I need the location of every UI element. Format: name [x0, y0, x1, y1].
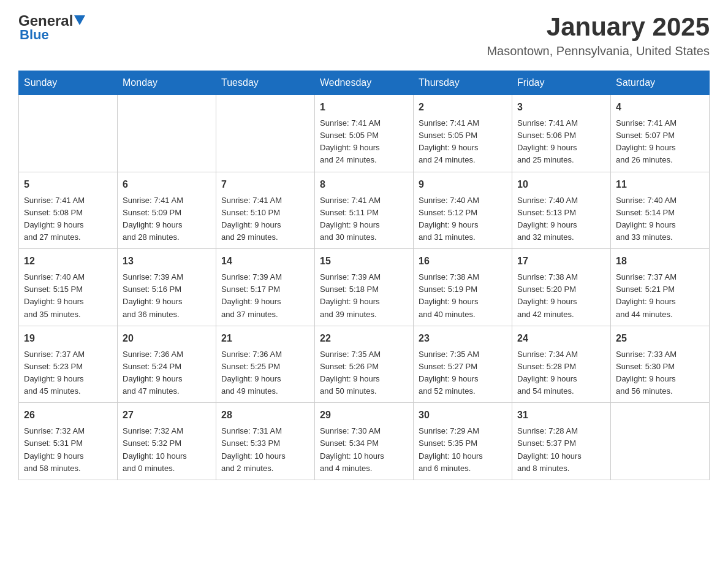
- day-number: 13: [123, 254, 211, 269]
- calendar-cell-w1-d4: 2Sunrise: 7:41 AM Sunset: 5:05 PM Daylig…: [414, 95, 512, 172]
- day-info: Sunrise: 7:34 AM Sunset: 5:28 PM Dayligh…: [517, 348, 605, 398]
- title-area: January 2025 Masontown, Pennsylvania, Un…: [487, 12, 710, 58]
- day-info: Sunrise: 7:41 AM Sunset: 5:05 PM Dayligh…: [320, 117, 408, 167]
- calendar-cell-w3-d0: 12Sunrise: 7:40 AM Sunset: 5:15 PM Dayli…: [19, 249, 118, 326]
- week-row-2: 5Sunrise: 7:41 AM Sunset: 5:08 PM Daylig…: [19, 172, 710, 249]
- day-number: 10: [517, 177, 605, 192]
- calendar-cell-w4-d1: 20Sunrise: 7:36 AM Sunset: 5:24 PM Dayli…: [118, 326, 216, 403]
- day-info: Sunrise: 7:28 AM Sunset: 5:37 PM Dayligh…: [517, 425, 605, 475]
- day-number: 27: [123, 408, 211, 423]
- day-info: Sunrise: 7:37 AM Sunset: 5:23 PM Dayligh…: [24, 348, 112, 398]
- weekday-header-row: SundayMondayTuesdayWednesdayThursdayFrid…: [19, 71, 710, 95]
- calendar-cell-w3-d6: 18Sunrise: 7:37 AM Sunset: 5:21 PM Dayli…: [611, 249, 710, 326]
- week-row-1: 1Sunrise: 7:41 AM Sunset: 5:05 PM Daylig…: [19, 95, 710, 172]
- day-number: 4: [616, 100, 704, 115]
- calendar-cell-w5-d4: 30Sunrise: 7:29 AM Sunset: 5:35 PM Dayli…: [414, 403, 512, 480]
- logo-triangle-icon: [74, 15, 85, 25]
- day-number: 30: [419, 408, 507, 423]
- day-info: Sunrise: 7:31 AM Sunset: 5:33 PM Dayligh…: [221, 425, 309, 475]
- day-number: 18: [616, 254, 704, 269]
- day-info: Sunrise: 7:36 AM Sunset: 5:25 PM Dayligh…: [221, 348, 309, 398]
- day-info: Sunrise: 7:36 AM Sunset: 5:24 PM Dayligh…: [123, 348, 211, 398]
- day-info: Sunrise: 7:37 AM Sunset: 5:21 PM Dayligh…: [616, 271, 704, 321]
- day-number: 22: [320, 331, 408, 346]
- calendar-cell-w2-d1: 6Sunrise: 7:41 AM Sunset: 5:09 PM Daylig…: [118, 172, 216, 249]
- day-info: Sunrise: 7:40 AM Sunset: 5:14 PM Dayligh…: [616, 194, 704, 244]
- calendar-cell-w5-d3: 29Sunrise: 7:30 AM Sunset: 5:34 PM Dayli…: [315, 403, 414, 480]
- logo-area: General Blue: [18, 12, 85, 43]
- day-info: Sunrise: 7:41 AM Sunset: 5:07 PM Dayligh…: [616, 117, 704, 167]
- day-number: 16: [419, 254, 507, 269]
- calendar-cell-w5-d2: 28Sunrise: 7:31 AM Sunset: 5:33 PM Dayli…: [216, 403, 315, 480]
- day-info: Sunrise: 7:40 AM Sunset: 5:15 PM Dayligh…: [24, 271, 112, 321]
- day-info: Sunrise: 7:40 AM Sunset: 5:12 PM Dayligh…: [419, 194, 507, 244]
- logo: General Blue: [18, 12, 85, 43]
- day-info: Sunrise: 7:41 AM Sunset: 5:08 PM Dayligh…: [24, 194, 112, 244]
- calendar-table: SundayMondayTuesdayWednesdayThursdayFrid…: [18, 71, 710, 480]
- calendar-cell-w2-d4: 9Sunrise: 7:40 AM Sunset: 5:12 PM Daylig…: [414, 172, 512, 249]
- calendar-cell-w5-d6: [611, 403, 710, 480]
- day-info: Sunrise: 7:35 AM Sunset: 5:27 PM Dayligh…: [419, 348, 507, 398]
- day-number: 29: [320, 408, 408, 423]
- day-info: Sunrise: 7:39 AM Sunset: 5:18 PM Dayligh…: [320, 271, 408, 321]
- calendar-cell-w4-d3: 22Sunrise: 7:35 AM Sunset: 5:26 PM Dayli…: [315, 326, 414, 403]
- location-title: Masontown, Pennsylvania, United States: [487, 44, 710, 58]
- calendar-cell-w4-d0: 19Sunrise: 7:37 AM Sunset: 5:23 PM Dayli…: [19, 326, 118, 403]
- calendar-cell-w3-d1: 13Sunrise: 7:39 AM Sunset: 5:16 PM Dayli…: [118, 249, 216, 326]
- calendar-cell-w3-d2: 14Sunrise: 7:39 AM Sunset: 5:17 PM Dayli…: [216, 249, 315, 326]
- day-info: Sunrise: 7:39 AM Sunset: 5:17 PM Dayligh…: [221, 271, 309, 321]
- calendar-cell-w4-d4: 23Sunrise: 7:35 AM Sunset: 5:27 PM Dayli…: [414, 326, 512, 403]
- day-number: 6: [123, 177, 211, 192]
- day-info: Sunrise: 7:40 AM Sunset: 5:13 PM Dayligh…: [517, 194, 605, 244]
- day-info: Sunrise: 7:33 AM Sunset: 5:30 PM Dayligh…: [616, 348, 704, 398]
- calendar-cell-w4-d6: 25Sunrise: 7:33 AM Sunset: 5:30 PM Dayli…: [611, 326, 710, 403]
- day-number: 2: [419, 100, 507, 115]
- calendar-cell-w1-d3: 1Sunrise: 7:41 AM Sunset: 5:05 PM Daylig…: [315, 95, 414, 172]
- calendar-cell-w3-d3: 15Sunrise: 7:39 AM Sunset: 5:18 PM Dayli…: [315, 249, 414, 326]
- calendar-cell-w5-d0: 26Sunrise: 7:32 AM Sunset: 5:31 PM Dayli…: [19, 403, 118, 480]
- calendar-cell-w1-d5: 3Sunrise: 7:41 AM Sunset: 5:06 PM Daylig…: [512, 95, 611, 172]
- day-info: Sunrise: 7:32 AM Sunset: 5:32 PM Dayligh…: [123, 425, 211, 475]
- day-info: Sunrise: 7:32 AM Sunset: 5:31 PM Dayligh…: [24, 425, 112, 475]
- day-info: Sunrise: 7:38 AM Sunset: 5:20 PM Dayligh…: [517, 271, 605, 321]
- weekday-header-friday: Friday: [512, 71, 611, 95]
- day-number: 25: [616, 331, 704, 346]
- day-info: Sunrise: 7:41 AM Sunset: 5:05 PM Dayligh…: [419, 117, 507, 167]
- calendar-cell-w2-d5: 10Sunrise: 7:40 AM Sunset: 5:13 PM Dayli…: [512, 172, 611, 249]
- calendar-cell-w2-d3: 8Sunrise: 7:41 AM Sunset: 5:11 PM Daylig…: [315, 172, 414, 249]
- day-info: Sunrise: 7:38 AM Sunset: 5:19 PM Dayligh…: [419, 271, 507, 321]
- day-number: 12: [24, 254, 112, 269]
- calendar-cell-w2-d6: 11Sunrise: 7:40 AM Sunset: 5:14 PM Dayli…: [611, 172, 710, 249]
- weekday-header-monday: Monday: [118, 71, 216, 95]
- calendar-cell-w3-d5: 17Sunrise: 7:38 AM Sunset: 5:20 PM Dayli…: [512, 249, 611, 326]
- day-number: 15: [320, 254, 408, 269]
- calendar-cell-w4-d5: 24Sunrise: 7:34 AM Sunset: 5:28 PM Dayli…: [512, 326, 611, 403]
- day-number: 14: [221, 254, 309, 269]
- day-number: 9: [419, 177, 507, 192]
- weekday-header-wednesday: Wednesday: [315, 71, 414, 95]
- calendar-cell-w1-d1: [118, 95, 216, 172]
- day-number: 8: [320, 177, 408, 192]
- weekday-header-sunday: Sunday: [19, 71, 118, 95]
- day-info: Sunrise: 7:35 AM Sunset: 5:26 PM Dayligh…: [320, 348, 408, 398]
- day-number: 26: [24, 408, 112, 423]
- day-number: 31: [517, 408, 605, 423]
- day-info: Sunrise: 7:29 AM Sunset: 5:35 PM Dayligh…: [419, 425, 507, 475]
- calendar-cell-w1-d0: [19, 95, 118, 172]
- day-info: Sunrise: 7:41 AM Sunset: 5:11 PM Dayligh…: [320, 194, 408, 244]
- day-info: Sunrise: 7:41 AM Sunset: 5:09 PM Dayligh…: [123, 194, 211, 244]
- day-number: 28: [221, 408, 309, 423]
- day-number: 1: [320, 100, 408, 115]
- day-number: 19: [24, 331, 112, 346]
- day-number: 5: [24, 177, 112, 192]
- day-info: Sunrise: 7:39 AM Sunset: 5:16 PM Dayligh…: [123, 271, 211, 321]
- day-info: Sunrise: 7:41 AM Sunset: 5:10 PM Dayligh…: [221, 194, 309, 244]
- weekday-header-thursday: Thursday: [414, 71, 512, 95]
- calendar-cell-w1-d6: 4Sunrise: 7:41 AM Sunset: 5:07 PM Daylig…: [611, 95, 710, 172]
- day-number: 24: [517, 331, 605, 346]
- header: General Blue January 2025 Masontown, Pen…: [18, 12, 710, 58]
- week-row-4: 19Sunrise: 7:37 AM Sunset: 5:23 PM Dayli…: [19, 326, 710, 403]
- day-number: 23: [419, 331, 507, 346]
- weekday-header-saturday: Saturday: [611, 71, 710, 95]
- day-number: 21: [221, 331, 309, 346]
